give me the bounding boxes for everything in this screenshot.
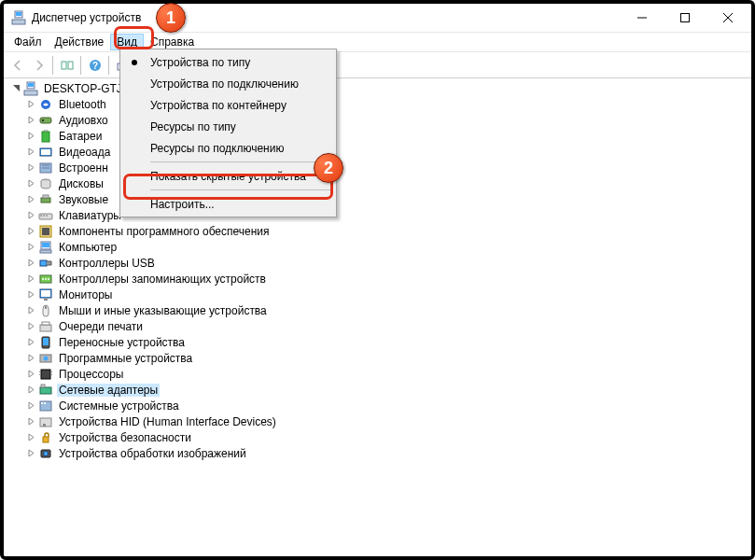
dd-show-hidden[interactable]: Показать скрытые устройства xyxy=(122,165,334,187)
dd-devices-by-type[interactable]: Устройства по типу xyxy=(122,51,334,73)
tree-item-label[interactable]: Звуковые xyxy=(57,193,110,206)
expander-icon[interactable] xyxy=(24,98,37,111)
expander-icon[interactable] xyxy=(24,257,37,270)
expander-icon[interactable] xyxy=(24,146,37,159)
expander-icon[interactable] xyxy=(24,225,37,238)
tree-item-label[interactable]: Клавиатуры xyxy=(57,209,123,222)
svg-rect-39 xyxy=(40,250,51,253)
tree-item[interactable]: Контроллеры USB xyxy=(6,255,751,271)
expander-icon[interactable] xyxy=(24,431,37,444)
tree-item[interactable]: Процессоры xyxy=(6,366,751,382)
tree-item[interactable]: Устройства безопасности xyxy=(6,429,751,445)
tree-item-label[interactable]: Программные устройства xyxy=(57,352,194,365)
tree-item[interactable]: Встроенн xyxy=(6,160,751,175)
dd-label: Устройства по типу xyxy=(150,56,250,69)
tree-item-label[interactable]: Системные устройства xyxy=(57,399,181,413)
tree-item-label[interactable]: Процессоры xyxy=(57,368,126,381)
dd-devices-by-connection[interactable]: Устройства по подключению xyxy=(122,73,334,94)
tree-item[interactable]: Мониторы xyxy=(6,287,751,302)
device-icon xyxy=(38,399,53,413)
expander-icon[interactable] xyxy=(24,273,37,286)
tree-item[interactable]: Bluetooth xyxy=(6,96,751,112)
expander-icon[interactable] xyxy=(24,304,37,317)
tree-item[interactable]: Компьютер xyxy=(6,239,751,255)
svg-rect-32 xyxy=(40,215,42,217)
tree-item-label[interactable]: Аудиовхо xyxy=(57,114,110,127)
menu-file[interactable]: Файл xyxy=(7,34,49,50)
tree-item-label[interactable]: Компоненты программного обеспечения xyxy=(57,225,272,238)
expander-icon[interactable] xyxy=(24,114,37,127)
menu-action[interactable]: Действие xyxy=(49,34,111,50)
expander-icon[interactable] xyxy=(24,415,37,428)
expander-icon[interactable] xyxy=(24,399,37,413)
tree-item[interactable]: Устройства обработки изображений xyxy=(6,445,751,461)
window-title: Диспетчер устройств xyxy=(32,11,621,24)
expander-icon[interactable] xyxy=(24,209,37,222)
tree-item-label[interactable]: Контроллеры USB xyxy=(57,257,157,270)
tree-item-label[interactable]: Устройства безопасности xyxy=(57,431,193,444)
tree-item[interactable]: Программные устройства xyxy=(6,350,751,366)
tree-item-label[interactable]: Дисковы xyxy=(57,177,105,190)
tree-item[interactable]: Устройства HID (Human Interface Devices) xyxy=(6,413,751,429)
expander-icon[interactable] xyxy=(24,288,37,301)
tree-item[interactable]: Очереди печати xyxy=(6,318,751,334)
expander-icon[interactable] xyxy=(24,177,37,190)
tree-item[interactable]: Дисковы xyxy=(6,175,751,191)
tree-item[interactable]: Контроллеры запоминающих устройств xyxy=(6,271,751,287)
expander-icon[interactable] xyxy=(24,447,37,460)
dd-customize[interactable]: Настроить... xyxy=(122,193,334,215)
tb-show-icon[interactable] xyxy=(56,54,77,76)
svg-rect-21 xyxy=(44,130,46,132)
svg-rect-4 xyxy=(681,14,690,22)
tree-item[interactable]: Переносные устройства xyxy=(6,334,751,350)
toolbar: ? xyxy=(4,52,751,78)
tree-item[interactable]: Системные устройства xyxy=(6,398,751,413)
maximize-button[interactable] xyxy=(664,4,706,32)
device-icon xyxy=(38,129,53,144)
tree-item-label[interactable]: Контроллеры запоминающих устройств xyxy=(57,273,268,286)
tree-item-label[interactable]: Bluetooth xyxy=(57,98,108,111)
tb-help-icon[interactable]: ? xyxy=(84,54,105,76)
tree-item-label[interactable]: Компьютер xyxy=(57,241,119,254)
dd-devices-by-container[interactable]: Устройства по контейнеру xyxy=(122,94,334,116)
expander-icon[interactable] xyxy=(24,384,37,397)
tree-item-label[interactable]: Устройства HID (Human Interface Devices) xyxy=(57,415,278,428)
device-tree[interactable]: DESKTOP-GTJ BluetoothАудиовхоБатареиВиде… xyxy=(4,78,751,556)
expander-icon[interactable] xyxy=(24,241,37,254)
tree-item[interactable]: Аудиовхо xyxy=(6,112,751,128)
tree-root-row[interactable]: DESKTOP-GTJ xyxy=(6,80,751,96)
expander-icon[interactable] xyxy=(24,193,37,206)
dd-resources-by-connection[interactable]: Ресурсы по подключению xyxy=(122,137,334,159)
expander-icon[interactable] xyxy=(24,130,37,143)
minimize-button[interactable] xyxy=(621,4,664,32)
expander-icon[interactable] xyxy=(24,352,37,365)
tree-item-label[interactable]: Встроенн xyxy=(57,161,110,175)
tree-item[interactable]: Клавиатуры xyxy=(6,207,751,223)
expander-icon[interactable] xyxy=(24,320,37,333)
expander-icon[interactable] xyxy=(24,336,37,349)
tree-item[interactable]: Мыши и иные указывающие устройства xyxy=(6,302,751,318)
tb-back-icon[interactable] xyxy=(7,54,28,76)
tree-item-label[interactable]: Сетевые адаптеры xyxy=(57,384,160,397)
tree-root-label[interactable]: DESKTOP-GTJ xyxy=(42,82,124,95)
tree-item[interactable]: Звуковые xyxy=(6,191,751,207)
tree-item-label[interactable]: Мониторы xyxy=(57,288,114,301)
device-icon xyxy=(38,287,53,302)
close-button[interactable] xyxy=(706,4,749,32)
tree-item[interactable]: Батареи xyxy=(6,128,751,144)
dd-resources-by-type[interactable]: Ресурсы по типу xyxy=(122,116,334,137)
tree-item-label[interactable]: Устройства обработки изображений xyxy=(57,447,248,460)
tree-item-label[interactable]: Очереди печати xyxy=(57,320,145,333)
expander-icon[interactable] xyxy=(9,82,22,95)
tree-item-label[interactable]: Переносные устройства xyxy=(57,336,187,349)
tb-forward-icon[interactable] xyxy=(28,54,49,76)
tree-item[interactable]: Сетевые адаптеры xyxy=(6,382,751,398)
tree-item-label[interactable]: Видеоада xyxy=(57,146,112,159)
tree-item-label[interactable]: Мыши и иные указывающие устройства xyxy=(57,304,269,317)
expander-icon[interactable] xyxy=(24,368,37,381)
tree-item[interactable]: Компоненты программного обеспечения xyxy=(6,223,751,239)
device-icon xyxy=(38,161,53,175)
expander-icon[interactable] xyxy=(24,161,37,175)
tree-item[interactable]: Видеоада xyxy=(6,144,751,160)
tree-item-label[interactable]: Батареи xyxy=(57,130,104,143)
